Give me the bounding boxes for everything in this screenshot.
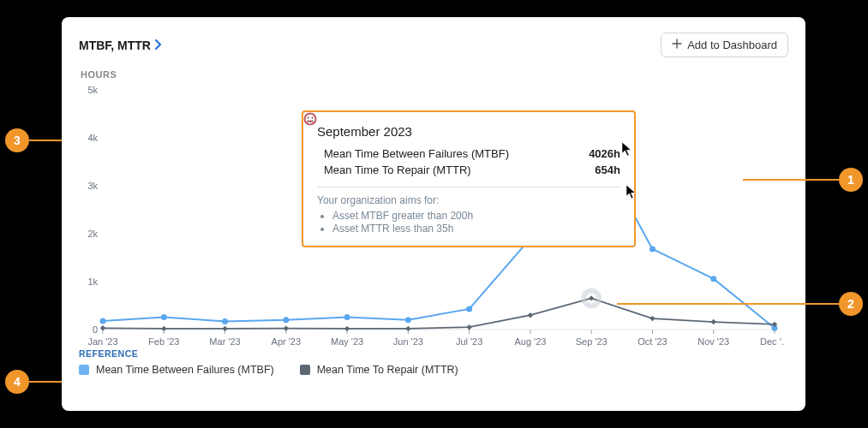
annotation-line-2 bbox=[617, 303, 839, 305]
tooltip-row-mtbf: Mean Time Between Failures (MTBF) 4026h bbox=[317, 147, 620, 160]
annotation-bubble-2: 2 bbox=[839, 292, 863, 316]
chart-tooltip: September 2023 Mean Time Between Failure… bbox=[302, 110, 636, 247]
svg-point-50 bbox=[312, 117, 314, 119]
annotation-bubble-1: 1 bbox=[839, 168, 863, 192]
svg-text:Nov '23: Nov '23 bbox=[697, 336, 729, 347]
tooltip-goal-1: Asset MTBF greater than 200h bbox=[332, 210, 620, 222]
svg-text:Feb '23: Feb '23 bbox=[148, 336, 179, 347]
svg-point-38 bbox=[405, 317, 411, 323]
tooltip-goal-heading: Your organization aims for: bbox=[317, 194, 620, 206]
svg-text:Jul '23: Jul '23 bbox=[456, 336, 482, 347]
card-header: MTBF, MTTR Add to Dashboard bbox=[79, 33, 788, 57]
tooltip-goal-2: Asset MTTR less than 35h bbox=[332, 223, 620, 235]
annotation-bubble-4: 4 bbox=[5, 370, 29, 394]
legend-item-mttr[interactable]: Mean Time To Repair (MTTR) bbox=[300, 364, 458, 376]
y-axis-label: HOURS bbox=[81, 69, 788, 80]
svg-text:Aug '23: Aug '23 bbox=[514, 336, 546, 347]
add-to-dashboard-button[interactable]: Add to Dashboard bbox=[661, 33, 788, 57]
legend-label-mttr: Mean Time To Repair (MTTR) bbox=[317, 364, 458, 376]
svg-text:Jun '23: Jun '23 bbox=[393, 336, 423, 347]
chart-title-link[interactable]: MTBF, MTTR bbox=[79, 39, 163, 52]
annotation-line-3 bbox=[29, 140, 62, 141]
legend-swatch-mtbf bbox=[79, 365, 89, 375]
svg-point-43 bbox=[710, 276, 716, 282]
svg-text:1k: 1k bbox=[87, 276, 98, 287]
svg-point-37 bbox=[344, 314, 350, 320]
tooltip-mttr-label: Mean Time To Repair (MTTR) bbox=[324, 163, 471, 176]
tooltip-mtbf-label: Mean Time Between Failures (MTBF) bbox=[324, 147, 509, 160]
legend: Mean Time Between Failures (MTBF) Mean T… bbox=[79, 364, 788, 376]
annotation-line-4 bbox=[29, 381, 62, 383]
tooltip-row-mttr: Mean Time To Repair (MTTR) 654h bbox=[317, 163, 620, 176]
svg-point-34 bbox=[161, 314, 167, 320]
chart-card: MTBF, MTTR Add to Dashboard HOURS 01k2k3… bbox=[62, 17, 805, 411]
svg-text:5k: 5k bbox=[87, 85, 98, 95]
svg-point-48 bbox=[305, 114, 316, 125]
legend-item-mtbf[interactable]: Mean Time Between Failures (MTBF) bbox=[79, 364, 274, 376]
svg-point-42 bbox=[650, 246, 655, 252]
plus-icon bbox=[672, 39, 682, 51]
svg-text:Dec '...: Dec '... bbox=[760, 336, 783, 347]
annotation-line-1 bbox=[743, 179, 839, 181]
annotation-bubble-3: 3 bbox=[5, 128, 29, 152]
legend-label-mtbf: Mean Time Between Failures (MTBF) bbox=[96, 364, 274, 376]
add-button-label: Add to Dashboard bbox=[687, 39, 777, 51]
chart-title-text: MTBF, MTTR bbox=[79, 39, 151, 52]
tooltip-divider bbox=[317, 187, 620, 187]
svg-point-39 bbox=[466, 306, 472, 312]
svg-point-35 bbox=[222, 318, 228, 324]
svg-text:0: 0 bbox=[93, 324, 98, 335]
svg-text:May '23: May '23 bbox=[331, 336, 363, 347]
tooltip-period: September 2023 bbox=[317, 124, 620, 139]
tooltip-mtbf-value: 4026h bbox=[580, 147, 620, 160]
tooltip-mttr-value: 654h bbox=[586, 163, 620, 176]
svg-text:Jan '23: Jan '23 bbox=[87, 336, 117, 347]
svg-point-33 bbox=[100, 318, 106, 324]
legend-swatch-mttr bbox=[300, 365, 310, 375]
svg-text:Oct '23: Oct '23 bbox=[638, 336, 667, 347]
chevron-right-icon bbox=[154, 39, 163, 52]
svg-text:Sep '23: Sep '23 bbox=[576, 336, 608, 347]
svg-text:Apr '23: Apr '23 bbox=[272, 336, 302, 347]
svg-text:4k: 4k bbox=[87, 133, 98, 143]
svg-text:2k: 2k bbox=[87, 229, 98, 239]
svg-text:3k: 3k bbox=[87, 181, 98, 191]
svg-text:Mar '23: Mar '23 bbox=[209, 336, 240, 347]
svg-point-49 bbox=[308, 117, 309, 119]
svg-point-36 bbox=[283, 317, 289, 323]
tooltip-goal-list: Asset MTBF greater than 200h Asset MTTR … bbox=[317, 210, 620, 235]
